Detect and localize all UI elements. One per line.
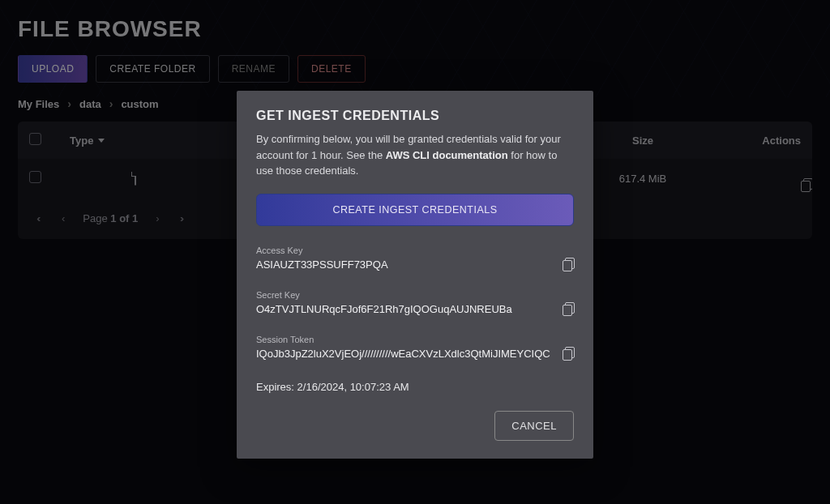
session-token-value: IQoJb3JpZ2luX2VjEOj//////////wEaCXVzLXdl… — [256, 348, 554, 360]
secret-key-value: O4zTVJTLNURqcFJof6F21Rh7gIQOGuqAUJNREUBa — [256, 303, 554, 315]
copy-access-key-icon[interactable] — [563, 258, 574, 271]
modal-body: By confirming below, you will be granted… — [256, 131, 574, 179]
modal-title: GET INGEST CREDENTIALS — [256, 109, 574, 123]
create-credentials-button[interactable]: CREATE INGEST CREDENTIALS — [256, 194, 574, 226]
credentials-modal: GET INGEST CREDENTIALS By confirming bel… — [237, 91, 593, 459]
access-key-label: Access Key — [256, 246, 554, 255]
copy-session-token-icon[interactable] — [563, 347, 574, 360]
expires-text: Expires: 2/16/2024, 10:07:23 AM — [256, 381, 574, 393]
access-key-value: ASIAUZT33PSSUFF73PQA — [256, 258, 554, 271]
secret-key-label: Secret Key — [256, 290, 554, 300]
copy-secret-key-icon[interactable] — [563, 302, 574, 315]
cancel-button[interactable]: CANCEL — [494, 411, 574, 441]
session-token-label: Session Token — [256, 335, 554, 344]
aws-cli-doc-link[interactable]: AWS CLI documentation — [386, 149, 508, 161]
modal-backdrop: GET INGEST CREDENTIALS By confirming bel… — [0, 0, 830, 504]
